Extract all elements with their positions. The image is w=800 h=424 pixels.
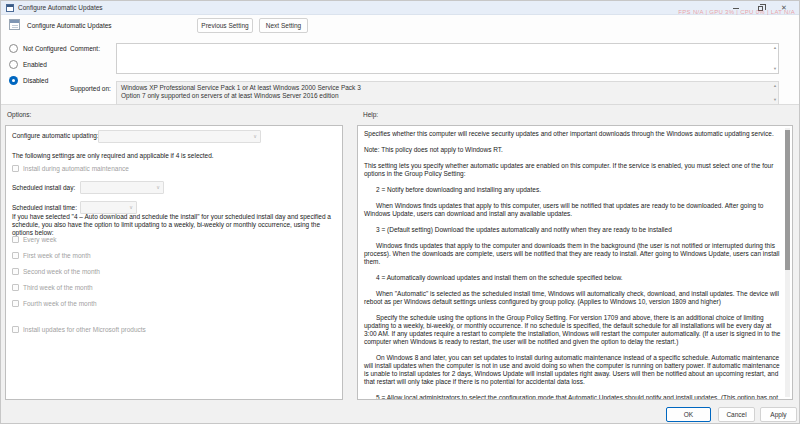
radio-circle-icon bbox=[9, 44, 18, 53]
chevron-down-icon: ∨ bbox=[156, 184, 160, 190]
ok-button[interactable]: OK bbox=[666, 407, 711, 422]
checkbox-icon bbox=[12, 284, 19, 291]
checkbox-icon bbox=[12, 236, 19, 243]
checkbox-label: First week of the month bbox=[23, 252, 91, 259]
help-paragraph: 5 = Allow local administrators to select… bbox=[364, 394, 781, 400]
help-scrollbar[interactable] bbox=[785, 128, 790, 397]
help-paragraph: 3 = (Default setting) Download the updat… bbox=[364, 226, 781, 234]
scroll-down-icon[interactable]: ▼ bbox=[773, 67, 777, 71]
radio-label: Disabled bbox=[23, 77, 48, 84]
policy-window-icon bbox=[6, 4, 14, 12]
install-day-dropdown[interactable]: ∨ bbox=[80, 181, 164, 194]
checkbox-fourth-week[interactable]: Fourth week of the month bbox=[12, 300, 97, 307]
help-paragraph: Specify the schedule using the options i… bbox=[364, 314, 781, 346]
supported-on-line2: Option 7 only supported on servers of at… bbox=[121, 92, 768, 100]
help-paragraph: Windows finds updates that apply to the … bbox=[364, 242, 781, 266]
maintenance-checkbox-label: Install during automatic maintenance bbox=[23, 165, 129, 172]
window-title: Configure Automatic Updates bbox=[18, 1, 103, 15]
checkbox-label: Every week bbox=[23, 236, 57, 243]
help-paragraph: This setting lets you specify whether au… bbox=[364, 162, 781, 178]
scroll-up-icon[interactable]: ▲ bbox=[773, 46, 777, 50]
checkbox-icon bbox=[12, 252, 19, 259]
scroll-down-icon[interactable]: ▼ bbox=[773, 98, 777, 102]
radio-label: Not Configured bbox=[23, 45, 67, 52]
scroll-up-icon[interactable]: ▲ bbox=[773, 84, 777, 88]
checkbox-other-microsoft-products[interactable]: Install updates for other Microsoft prod… bbox=[12, 326, 146, 333]
checkbox-every-week[interactable]: Every week bbox=[12, 236, 57, 243]
help-paragraph: 2 = Notify before downloading and instal… bbox=[364, 186, 781, 194]
radio-selected-icon bbox=[9, 76, 18, 85]
install-time-label: Scheduled install time: bbox=[12, 204, 77, 211]
checkbox-label: Install updates for other Microsoft prod… bbox=[23, 326, 146, 333]
install-day-label: Scheduled install day: bbox=[12, 184, 75, 191]
supported-on-box: Windows XP Professional Service Pack 1 o… bbox=[116, 81, 779, 105]
previous-setting-button[interactable]: Previous Setting bbox=[197, 18, 253, 33]
checkbox-first-week[interactable]: First week of the month bbox=[12, 252, 91, 259]
help-paragraph: Note: This policy does not apply to Wind… bbox=[364, 146, 781, 154]
checkbox-label: Third week of the month bbox=[23, 284, 93, 291]
help-panel: Specifies whether this computer will rec… bbox=[357, 125, 793, 400]
next-setting-button[interactable]: Next Setting bbox=[259, 18, 308, 33]
radio-not-configured[interactable]: Not Configured bbox=[9, 43, 67, 53]
checkbox-label: Fourth week of the month bbox=[23, 300, 97, 307]
schedule-note: If you have selected "4 – Auto download … bbox=[12, 213, 336, 237]
configure-automatic-updates-dialog: Configure Automatic Updates ✕ FPS N/A | … bbox=[0, 0, 800, 424]
help-scrollbar-thumb[interactable] bbox=[785, 130, 790, 270]
radio-circle-icon bbox=[9, 60, 18, 69]
checkbox-icon bbox=[12, 165, 19, 172]
help-text: Specifies whether this computer will rec… bbox=[364, 130, 781, 400]
checkbox-icon bbox=[12, 300, 19, 307]
help-paragraph: Specifies whether this computer will rec… bbox=[364, 130, 781, 138]
help-paragraph: When Windows finds updates that apply to… bbox=[364, 202, 781, 218]
options-panel-label: Options: bbox=[7, 111, 31, 118]
help-paragraph: When "Automatic" is selected as the sche… bbox=[364, 290, 781, 306]
radio-disabled[interactable]: Disabled bbox=[9, 75, 48, 85]
checkbox-third-week[interactable]: Third week of the month bbox=[12, 284, 93, 291]
comment-label: Comment: bbox=[70, 45, 100, 52]
checkbox-second-week[interactable]: Second week of the month bbox=[12, 268, 100, 275]
configure-updating-dropdown[interactable]: ∨ bbox=[98, 130, 261, 143]
options-panel: Configure automatic updating: ∨ The foll… bbox=[5, 125, 343, 400]
checkbox-label: Second week of the month bbox=[23, 268, 100, 275]
chevron-down-icon: ∨ bbox=[253, 133, 257, 139]
checkbox-icon bbox=[12, 326, 19, 333]
policy-setting-icon bbox=[9, 19, 20, 30]
help-paragraph: On Windows 8 and later, you can set upda… bbox=[364, 354, 781, 386]
maintenance-checkbox-row[interactable]: Install during automatic maintenance bbox=[12, 165, 129, 172]
supported-on-label: Supported on: bbox=[70, 85, 111, 92]
applicable-note: The following settings are only required… bbox=[12, 152, 214, 159]
help-panel-label: Help: bbox=[363, 111, 378, 118]
cancel-button[interactable]: Cancel bbox=[718, 407, 755, 422]
comment-textarea[interactable]: ▲ ▼ bbox=[116, 43, 779, 74]
header-section: Configure Automatic Updates Previous Set… bbox=[1, 15, 799, 105]
configure-updating-label: Configure automatic updating: bbox=[12, 132, 99, 139]
performance-overlay: FPS N/A | GPU 3% | CPU 0% | LAT N/A bbox=[678, 9, 795, 15]
radio-enabled[interactable]: Enabled bbox=[9, 59, 47, 69]
help-paragraph: 4 = Automatically download updates and i… bbox=[364, 274, 781, 282]
radio-label: Enabled bbox=[23, 61, 47, 68]
page-title: Configure Automatic Updates bbox=[27, 22, 112, 29]
apply-button[interactable]: Apply bbox=[760, 407, 797, 422]
chevron-down-icon: ∨ bbox=[129, 204, 133, 210]
checkbox-icon bbox=[12, 268, 19, 275]
supported-on-line1: Windows XP Professional Service Pack 1 o… bbox=[121, 84, 768, 92]
